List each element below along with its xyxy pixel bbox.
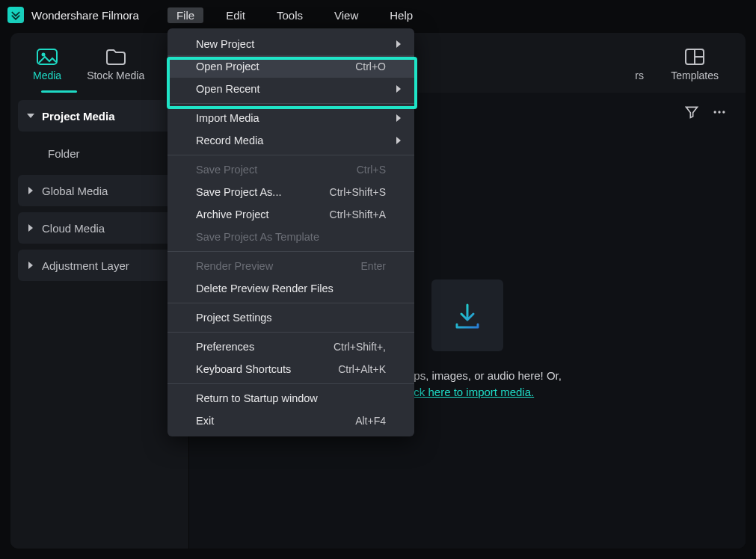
sidebar-item-label: Project Media — [42, 110, 115, 123]
sidebar-item-project-media[interactable]: Project Media — [18, 100, 181, 132]
sidebar-item-label: Global Media — [42, 185, 108, 197]
menubar-item-tools[interactable]: Tools — [268, 7, 312, 23]
menu-item-label: Open Recent — [196, 83, 259, 95]
image-icon — [37, 49, 58, 65]
menu-separator — [168, 155, 414, 155]
more-icon[interactable] — [711, 105, 728, 120]
chevron-right-icon — [28, 262, 33, 269]
menu-item-label: Save Project — [196, 164, 257, 176]
tab-stock-media[interactable]: Stock Media — [87, 44, 144, 81]
svg-point-5 — [714, 111, 716, 113]
tab-media[interactable]: Media — [33, 44, 61, 81]
menu-item-archive-project[interactable]: Archive ProjectCtrl+Shift+A — [168, 203, 414, 226]
partial-icon — [629, 49, 650, 65]
menu-item-label: Record Media — [196, 135, 263, 146]
sidebar-item-label: Cloud Media — [42, 222, 105, 235]
sidebar: Project Media Folder Global Media Cloud … — [10, 93, 188, 549]
folder-icon — [105, 49, 126, 65]
menu-separator — [168, 251, 414, 252]
menu-item-label: Project Settings — [196, 312, 272, 324]
menu-item-shortcut: Ctrl+Shift+S — [330, 186, 386, 198]
app-logo-icon — [7, 7, 24, 23]
menu-item-exit[interactable]: ExitAlt+F4 — [168, 410, 414, 432]
tab-underline — [41, 90, 77, 93]
chevron-right-icon — [396, 85, 401, 93]
tab-stock-media-label: Stock Media — [87, 70, 144, 81]
menubar-item-file[interactable]: File — [168, 7, 203, 23]
svg-point-6 — [718, 111, 720, 113]
sidebar-item-folder[interactable]: Folder — [18, 138, 181, 169]
chevron-right-icon — [28, 187, 33, 194]
tab-templates[interactable]: Templates — [671, 44, 719, 81]
chevron-down-icon — [27, 114, 34, 118]
app-logo-title: Wondershare Filmora — [7, 7, 139, 23]
menubar: Wondershare Filmora File Edit Tools View… — [0, 0, 756, 30]
menu-item-label: Save Project As Template — [196, 231, 319, 243]
tab-media-label: Media — [33, 70, 61, 81]
menu-item-project-settings[interactable]: Project Settings — [168, 306, 414, 329]
menu-separator — [168, 383, 414, 384]
sidebar-item-cloud-media[interactable]: Cloud Media — [18, 212, 181, 244]
menu-item-label: Exit — [196, 415, 214, 427]
menu-item-shortcut: Alt+F4 — [355, 415, 386, 427]
template-icon — [684, 49, 705, 65]
menu-item-label: New Project — [196, 38, 254, 50]
menu-item-import-media[interactable]: Import Media — [168, 107, 414, 129]
chevron-right-icon — [396, 114, 401, 122]
menu-item-open-project[interactable]: Open ProjectCtrl+O — [168, 55, 414, 78]
menu-item-preferences[interactable]: PreferencesCtrl+Shift+, — [168, 336, 414, 358]
tab-templates-label: Templates — [671, 70, 719, 81]
menu-item-label: Keyboard Shortcuts — [196, 363, 291, 375]
sidebar-item-label: Folder — [48, 147, 80, 160]
menu-item-shortcut: Ctrl+Alt+K — [338, 363, 386, 375]
menu-item-save-project-as[interactable]: Save Project As...Ctrl+Shift+S — [168, 181, 414, 203]
import-icon — [431, 280, 503, 351]
menu-item-label: Delete Preview Render Files — [196, 282, 334, 294]
menu-item-label: Save Project As... — [196, 186, 281, 198]
menu-item-record-media[interactable]: Record Media — [168, 129, 414, 152]
tab-partial-label: rs — [635, 70, 644, 81]
menu-item-render-preview: Render PreviewEnter — [168, 255, 414, 277]
app-title: Wondershare Filmora — [31, 9, 139, 22]
menu-item-save-project-as-template: Save Project As Template — [168, 226, 414, 248]
menu-item-label: Return to Startup window — [196, 392, 318, 404]
menu-item-shortcut: Enter — [361, 260, 386, 272]
menubar-item-edit[interactable]: Edit — [217, 7, 254, 23]
menu-item-shortcut: Ctrl+S — [357, 164, 386, 176]
menu-item-delete-preview-render-files[interactable]: Delete Preview Render Files — [168, 277, 414, 300]
menu-item-open-recent[interactable]: Open Recent — [168, 78, 414, 100]
menu-item-label: Archive Project — [196, 209, 269, 220]
sidebar-item-global-media[interactable]: Global Media — [18, 175, 181, 206]
menu-item-keyboard-shortcuts[interactable]: Keyboard ShortcutsCtrl+Alt+K — [168, 358, 414, 380]
menu-item-label: Import Media — [196, 112, 259, 124]
chevron-right-icon — [396, 40, 401, 48]
menubar-item-help[interactable]: Help — [381, 7, 422, 23]
sidebar-item-adjustment-layer[interactable]: Adjustment Layer — [18, 250, 181, 281]
menu-item-label: Preferences — [196, 341, 254, 353]
menu-separator — [168, 303, 414, 303]
menu-item-return-to-startup-window[interactable]: Return to Startup window — [168, 387, 414, 410]
menu-item-shortcut: Ctrl+Shift+A — [330, 209, 386, 220]
filter-icon[interactable] — [684, 105, 699, 120]
menu-item-save-project: Save ProjectCtrl+S — [168, 158, 414, 181]
tab-partial[interactable]: rs — [629, 44, 650, 81]
menubar-item-view[interactable]: View — [325, 7, 367, 23]
svg-point-7 — [722, 111, 725, 113]
chevron-right-icon — [396, 137, 401, 144]
menu-item-new-project[interactable]: New Project — [168, 33, 414, 55]
menu-item-shortcut: Ctrl+O — [355, 61, 386, 72]
file-menu: New ProjectOpen ProjectCtrl+OOpen Recent… — [168, 28, 414, 436]
import-media-link[interactable]: Click here to import media. — [401, 386, 534, 398]
svg-point-1 — [42, 53, 46, 57]
sidebar-item-label: Adjustment Layer — [42, 259, 129, 272]
menu-separator — [168, 332, 414, 333]
menu-separator — [168, 103, 414, 104]
menu-item-shortcut: Ctrl+Shift+, — [334, 341, 386, 353]
chevron-right-icon — [28, 224, 33, 232]
menu-item-label: Render Preview — [196, 260, 273, 272]
menu-item-label: Open Project — [196, 61, 259, 72]
